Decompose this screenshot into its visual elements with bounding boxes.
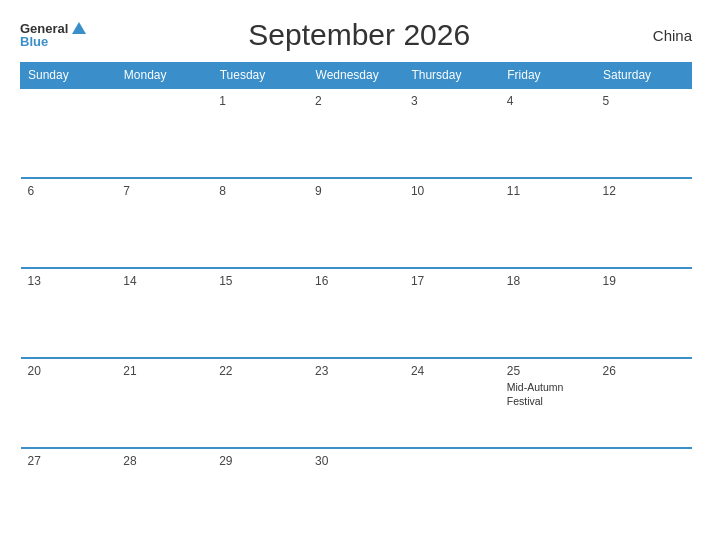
calendar-cell: 21 <box>116 358 212 448</box>
day-number: 29 <box>219 454 301 468</box>
day-number: 10 <box>411 184 493 198</box>
day-number: 13 <box>28 274 110 288</box>
calendar-cell: 10 <box>404 178 500 268</box>
col-monday: Monday <box>116 63 212 89</box>
calendar-cell: 22 <box>212 358 308 448</box>
calendar-cell: 2 <box>308 88 404 178</box>
day-number: 26 <box>603 364 685 378</box>
calendar-cell: 26 <box>596 358 692 448</box>
calendar-cell: 5 <box>596 88 692 178</box>
day-number: 17 <box>411 274 493 288</box>
day-number: 8 <box>219 184 301 198</box>
col-sunday: Sunday <box>21 63 117 89</box>
calendar-cell: 19 <box>596 268 692 358</box>
day-number: 7 <box>123 184 205 198</box>
day-number: 15 <box>219 274 301 288</box>
calendar-cell: 13 <box>21 268 117 358</box>
col-tuesday: Tuesday <box>212 63 308 89</box>
day-number: 9 <box>315 184 397 198</box>
day-number: 16 <box>315 274 397 288</box>
event-label: Mid-AutumnFestival <box>507 381 589 408</box>
calendar-cell: 4 <box>500 88 596 178</box>
calendar-cell <box>596 448 692 538</box>
calendar-title: September 2026 <box>86 18 632 52</box>
calendar-cell: 7 <box>116 178 212 268</box>
day-number: 25 <box>507 364 589 378</box>
day-number: 1 <box>219 94 301 108</box>
day-number: 12 <box>603 184 685 198</box>
calendar-cell: 6 <box>21 178 117 268</box>
logo-triangle-icon <box>72 22 86 34</box>
calendar-cell: 1 <box>212 88 308 178</box>
calendar-cell: 15 <box>212 268 308 358</box>
region-label: China <box>632 27 692 44</box>
calendar-header-row: Sunday Monday Tuesday Wednesday Thursday… <box>21 63 692 89</box>
calendar-cell: 11 <box>500 178 596 268</box>
calendar-cell: 28 <box>116 448 212 538</box>
day-number: 6 <box>28 184 110 198</box>
calendar-cell: 9 <box>308 178 404 268</box>
day-number: 2 <box>315 94 397 108</box>
day-number: 5 <box>603 94 685 108</box>
day-number: 14 <box>123 274 205 288</box>
day-number: 23 <box>315 364 397 378</box>
calendar-cell: 12 <box>596 178 692 268</box>
calendar-page: General Blue September 2026 China Sunday… <box>0 0 712 550</box>
calendar-cell <box>500 448 596 538</box>
calendar-cell: 30 <box>308 448 404 538</box>
calendar-cell: 16 <box>308 268 404 358</box>
calendar-cell: 14 <box>116 268 212 358</box>
col-wednesday: Wednesday <box>308 63 404 89</box>
day-number: 4 <box>507 94 589 108</box>
day-number: 22 <box>219 364 301 378</box>
day-number: 3 <box>411 94 493 108</box>
logo-blue-text: Blue <box>20 35 86 48</box>
calendar-cell: 8 <box>212 178 308 268</box>
logo: General Blue <box>20 22 86 48</box>
calendar-table: Sunday Monday Tuesday Wednesday Thursday… <box>20 62 692 538</box>
col-thursday: Thursday <box>404 63 500 89</box>
day-number: 24 <box>411 364 493 378</box>
calendar-header: General Blue September 2026 China <box>20 18 692 52</box>
calendar-body: 1234567891011121314151617181920212223242… <box>21 88 692 538</box>
calendar-cell: 27 <box>21 448 117 538</box>
day-number: 27 <box>28 454 110 468</box>
col-saturday: Saturday <box>596 63 692 89</box>
day-number: 30 <box>315 454 397 468</box>
calendar-cell: 25Mid-AutumnFestival <box>500 358 596 448</box>
calendar-cell <box>21 88 117 178</box>
calendar-cell <box>116 88 212 178</box>
day-number: 11 <box>507 184 589 198</box>
day-number: 19 <box>603 274 685 288</box>
calendar-cell: 18 <box>500 268 596 358</box>
day-number: 20 <box>28 364 110 378</box>
calendar-cell: 3 <box>404 88 500 178</box>
calendar-cell: 20 <box>21 358 117 448</box>
calendar-cell: 23 <box>308 358 404 448</box>
col-friday: Friday <box>500 63 596 89</box>
day-number: 21 <box>123 364 205 378</box>
calendar-cell <box>404 448 500 538</box>
day-number: 18 <box>507 274 589 288</box>
day-number: 28 <box>123 454 205 468</box>
calendar-cell: 17 <box>404 268 500 358</box>
calendar-cell: 24 <box>404 358 500 448</box>
calendar-cell: 29 <box>212 448 308 538</box>
